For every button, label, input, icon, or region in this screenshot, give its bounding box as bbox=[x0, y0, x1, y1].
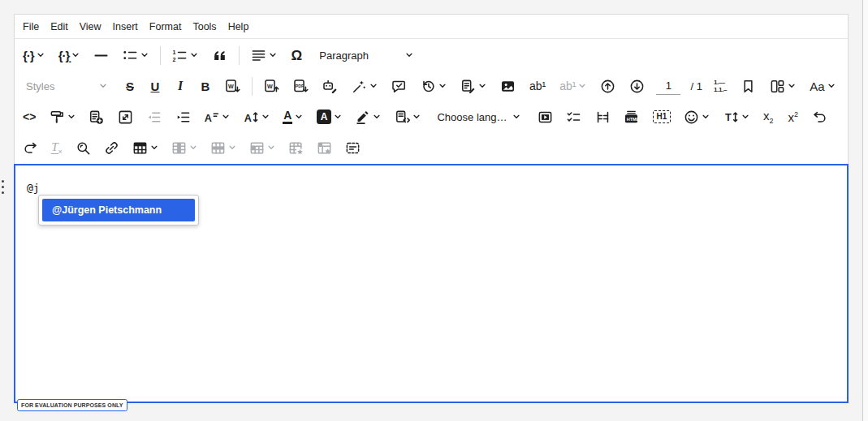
roller-icon bbox=[50, 110, 65, 125]
pen-icon bbox=[355, 110, 370, 125]
strike-icon: S bbox=[126, 80, 134, 92]
blockquote-button[interactable] bbox=[209, 44, 230, 67]
inline-code-button[interactable]: <> bbox=[20, 105, 38, 128]
comments-button[interactable] bbox=[389, 75, 409, 97]
highlight-button[interactable] bbox=[352, 105, 383, 128]
menu-edit[interactable]: Edit bbox=[46, 18, 72, 36]
toolbar-row-4: T× bbox=[15, 132, 848, 163]
page-number-input[interactable]: 1 bbox=[656, 77, 680, 95]
pagebreak-icon bbox=[595, 110, 611, 125]
multilevel-list-button[interactable]: 1.—1.1.– bbox=[711, 75, 729, 97]
bold-button[interactable]: B bbox=[197, 75, 214, 97]
menu-insert[interactable]: Insert bbox=[109, 18, 142, 36]
chevron-down-icon bbox=[261, 113, 270, 121]
chevron-down-icon bbox=[190, 51, 198, 59]
mention-option[interactable]: @Jürgen Pietschmann bbox=[42, 199, 195, 221]
special-character-button[interactable]: Ω bbox=[288, 44, 304, 67]
export-to-pdf-button[interactable]: PDF bbox=[291, 75, 311, 97]
redo-button[interactable] bbox=[20, 136, 41, 159]
svg-text:T: T bbox=[725, 112, 732, 123]
checklist-button[interactable] bbox=[564, 105, 584, 128]
revision-history-button[interactable] bbox=[418, 75, 449, 97]
footnote-button[interactable]: ab¹ bbox=[527, 75, 548, 97]
format-painter-button[interactable] bbox=[47, 105, 78, 128]
previous-page-button[interactable] bbox=[598, 75, 618, 97]
subscript-button[interactable]: x2 bbox=[760, 105, 776, 128]
table-button[interactable] bbox=[130, 136, 161, 159]
tx-icon: T× bbox=[51, 140, 63, 156]
insert-image-button[interactable] bbox=[498, 75, 518, 97]
omega-icon: Ω bbox=[291, 49, 303, 62]
editor-content-area[interactable]: @j @Jürgen Pietschmann FOR EVALUATION PU… bbox=[14, 164, 849, 403]
styles-select[interactable]: Styles bbox=[20, 75, 113, 97]
strikethrough-button[interactable]: S bbox=[122, 75, 138, 97]
case-change-button[interactable]: Aa bbox=[807, 75, 837, 97]
drag-handle-icon[interactable] bbox=[2, 180, 4, 194]
window-scrollbar[interactable] bbox=[862, 0, 868, 421]
document-notes-button[interactable] bbox=[458, 75, 489, 97]
menu-help[interactable]: Help bbox=[224, 18, 253, 36]
menu-file[interactable]: File bbox=[19, 18, 43, 36]
bookmark-button[interactable] bbox=[738, 75, 758, 97]
chevron-down-icon bbox=[222, 113, 230, 121]
heading-block-button[interactable]: H1 bbox=[650, 105, 673, 128]
ai-commands-button[interactable] bbox=[349, 75, 380, 97]
a-underline-icon: A bbox=[283, 110, 292, 124]
text-transform-button[interactable]: T bbox=[721, 105, 752, 128]
html-embed-button[interactable]: HTML bbox=[621, 105, 641, 128]
ab1-icon: ab¹ bbox=[559, 80, 576, 92]
numbered-list-button[interactable]: 12 bbox=[170, 44, 201, 67]
italic-button[interactable]: I bbox=[172, 75, 188, 97]
emoticons-button[interactable] bbox=[681, 105, 712, 128]
menu-tools[interactable]: Tools bbox=[188, 18, 220, 36]
import-from-word-button[interactable]: W bbox=[222, 75, 243, 97]
search-icon bbox=[76, 140, 91, 156]
indent-button[interactable] bbox=[173, 105, 193, 128]
merge-tags-preview-button[interactable]: {·}̣ bbox=[56, 44, 83, 67]
align-icon bbox=[251, 48, 266, 63]
text-color-button[interactable]: A bbox=[280, 105, 305, 128]
toolbar-separator bbox=[252, 77, 253, 96]
t-updown-icon: T bbox=[723, 110, 739, 125]
chevron-down-icon bbox=[67, 113, 76, 121]
insert-link-button[interactable] bbox=[101, 136, 122, 159]
superscript-button[interactable]: x2 bbox=[785, 105, 801, 128]
page-layout-button[interactable] bbox=[767, 75, 798, 97]
menu-view[interactable]: View bbox=[76, 18, 106, 36]
ai-assistant-button[interactable] bbox=[320, 75, 340, 97]
doc-plus-icon bbox=[89, 110, 104, 125]
line-height-button[interactable]: A bbox=[241, 105, 272, 128]
outdent-icon bbox=[146, 110, 162, 125]
font-size-button[interactable]: A bbox=[201, 105, 232, 128]
horizontal-rule-button[interactable] bbox=[91, 44, 111, 67]
find-replace-button[interactable] bbox=[73, 136, 93, 159]
export-to-word-button[interactable]: W bbox=[261, 75, 282, 97]
chevron-down-icon bbox=[512, 113, 520, 121]
insert-template-button[interactable] bbox=[86, 105, 106, 128]
paragraph-format-select[interactable]: Paragraph bbox=[313, 44, 419, 67]
align-button[interactable] bbox=[248, 44, 279, 67]
next-page-button[interactable] bbox=[627, 75, 647, 97]
table-properties-button bbox=[286, 136, 306, 159]
page-count-label: / 1 bbox=[690, 80, 702, 92]
select-region-button[interactable] bbox=[343, 136, 363, 159]
chevron-down-icon bbox=[37, 51, 45, 59]
fullscreen-button[interactable] bbox=[115, 105, 136, 128]
merge-tags-button[interactable]: {·} bbox=[20, 44, 47, 67]
paragraph-format-select-label: Paragraph bbox=[319, 49, 369, 62]
background-color-button[interactable]: A bbox=[314, 105, 344, 128]
menu-format[interactable]: Format bbox=[145, 18, 186, 36]
menu-bar: FileEditViewInsertFormatToolsHelp bbox=[15, 15, 848, 39]
bullet-list-button[interactable] bbox=[120, 44, 151, 67]
code-language-select[interactable]: Choose lang… bbox=[431, 105, 526, 128]
code-block-button[interactable] bbox=[392, 105, 423, 128]
page-break-button[interactable] bbox=[593, 105, 613, 128]
undo-button[interactable] bbox=[810, 105, 830, 128]
endnote-button: ab¹ bbox=[557, 75, 589, 97]
chevron-down-icon bbox=[702, 113, 710, 121]
insert-media-button[interactable] bbox=[535, 105, 555, 128]
robot-icon bbox=[322, 79, 338, 94]
toolbar-separator bbox=[239, 46, 240, 65]
underline-button[interactable]: U bbox=[147, 75, 163, 97]
word-up-icon: W bbox=[264, 79, 279, 94]
